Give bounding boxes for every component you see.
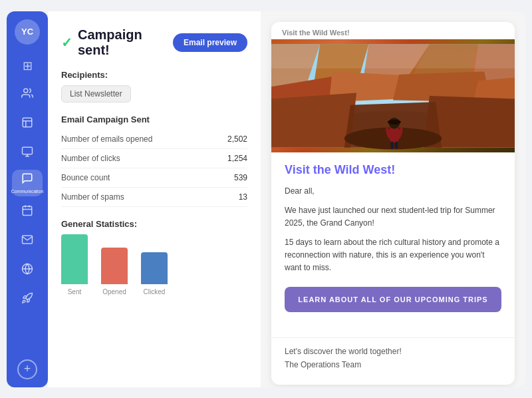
sidebar-logo: YC xyxy=(15,19,40,45)
calendar-icon xyxy=(21,204,33,220)
svg-rect-5 xyxy=(23,206,32,216)
stat-value: 2,502 xyxy=(214,130,247,149)
table-row: Number of spams 13 xyxy=(61,187,247,206)
users-icon xyxy=(21,87,33,102)
communication-label: Communication xyxy=(11,189,44,194)
stats-table: Number of emails opened 2,502 Number of … xyxy=(61,130,247,207)
bar-chart: SentOpenedClicked xyxy=(61,237,247,310)
dashboard-icon: ⊞ xyxy=(23,59,33,73)
campaign-title: Campaign sent! xyxy=(78,27,173,58)
svg-rect-2 xyxy=(23,147,33,154)
sidebar-item-calendar[interactable] xyxy=(12,199,43,226)
sidebar: YC ⊞ xyxy=(7,11,48,387)
bar-label: Sent xyxy=(68,288,82,296)
monitor-icon xyxy=(21,146,33,161)
sidebar-item-dashboard[interactable]: ⊞ xyxy=(12,53,43,79)
email-footer-line1: Let's discover the world together! xyxy=(285,345,501,358)
canyon-svg xyxy=(271,39,515,152)
svg-point-29 xyxy=(388,119,401,124)
campaign-header: ✓ Campaign sent! Email preview xyxy=(61,27,247,58)
chart-bar xyxy=(101,248,128,284)
recipients-label: Recipients: xyxy=(61,70,247,80)
email-header-text: Visit the Wild West! xyxy=(271,22,515,39)
svg-rect-33 xyxy=(395,141,398,148)
email-greeting: Dear all, xyxy=(285,185,501,198)
right-panel: Visit the Wild West! xyxy=(261,11,525,387)
email-footer-line2: The Operations Team xyxy=(285,358,501,371)
email-body2: 15 days to learn about the rich cultural… xyxy=(285,236,501,275)
bar-group: Clicked xyxy=(141,252,168,296)
bar-label: Clicked xyxy=(144,288,166,296)
sidebar-item-rocket[interactable] xyxy=(12,287,43,313)
sidebar-item-monitor[interactable] xyxy=(12,140,43,167)
email-headline: Visit the Wild West! xyxy=(285,163,501,177)
bar-group: Sent xyxy=(61,234,88,296)
chart-bar xyxy=(141,252,168,284)
stat-label: Bounce count xyxy=(61,168,214,187)
general-stats-title: General Statistics: xyxy=(61,219,247,229)
email-hero-image xyxy=(271,39,515,152)
svg-point-0 xyxy=(24,89,28,93)
plus-icon: + xyxy=(24,362,31,376)
campaign-title-row: ✓ Campaign sent! xyxy=(61,27,173,58)
svg-rect-34 xyxy=(271,44,515,69)
stats-title: Email Campaign Sent xyxy=(61,114,247,124)
main-container: YC ⊞ xyxy=(7,11,525,387)
sidebar-item-communication[interactable]: Communication xyxy=(12,170,43,196)
list-newsletter-badge[interactable]: List Newsletter xyxy=(61,85,131,102)
email-footer: Let's discover the world together! The O… xyxy=(271,337,515,385)
analytics-icon xyxy=(21,116,33,132)
table-row: Number of clicks 1,254 xyxy=(61,148,247,168)
stats-section: Email Campaign Sent Number of emails ope… xyxy=(61,114,247,207)
stat-value: 13 xyxy=(214,187,247,206)
sidebar-item-mail[interactable] xyxy=(12,228,43,255)
email-cta-button[interactable]: LEARN ABOUT ALL OF OUR UPCOMING TRIPS xyxy=(285,287,501,312)
sidebar-add-button[interactable]: + xyxy=(17,359,37,379)
svg-marker-23 xyxy=(271,93,356,147)
bar-label: Opened xyxy=(102,288,126,296)
bar-group: Opened xyxy=(101,248,128,296)
svg-rect-1 xyxy=(23,118,32,127)
svg-rect-32 xyxy=(390,141,394,148)
sidebar-item-globe[interactable] xyxy=(12,258,43,284)
left-panel: ✓ Campaign sent! Email preview Recipient… xyxy=(48,11,261,387)
email-content: Visit the Wild West! Dear all, We have j… xyxy=(271,152,515,335)
chart-bar xyxy=(61,234,88,284)
rocket-icon xyxy=(21,292,33,307)
stat-label: Number of spams xyxy=(61,187,214,206)
sidebar-item-analytics[interactable] xyxy=(12,111,43,138)
check-icon: ✓ xyxy=(61,35,72,51)
communication-icon xyxy=(21,172,33,188)
general-stats-section: General Statistics: SentOpenedClicked xyxy=(61,219,247,310)
sidebar-item-users[interactable] xyxy=(12,82,43,108)
stat-value: 1,254 xyxy=(214,148,247,168)
stat-label: Number of emails opened xyxy=(61,130,214,149)
mail-icon xyxy=(21,234,33,249)
stat-label: Number of clicks xyxy=(61,148,214,168)
email-preview-button[interactable]: Email preview xyxy=(173,33,247,52)
globe-icon xyxy=(21,263,33,278)
email-body1: We have just launched our next student-l… xyxy=(285,204,501,230)
table-row: Bounce count 539 xyxy=(61,168,247,187)
stat-value: 539 xyxy=(214,168,247,187)
email-card: Visit the Wild West! xyxy=(271,22,515,385)
table-row: Number of emails opened 2,502 xyxy=(61,130,247,149)
